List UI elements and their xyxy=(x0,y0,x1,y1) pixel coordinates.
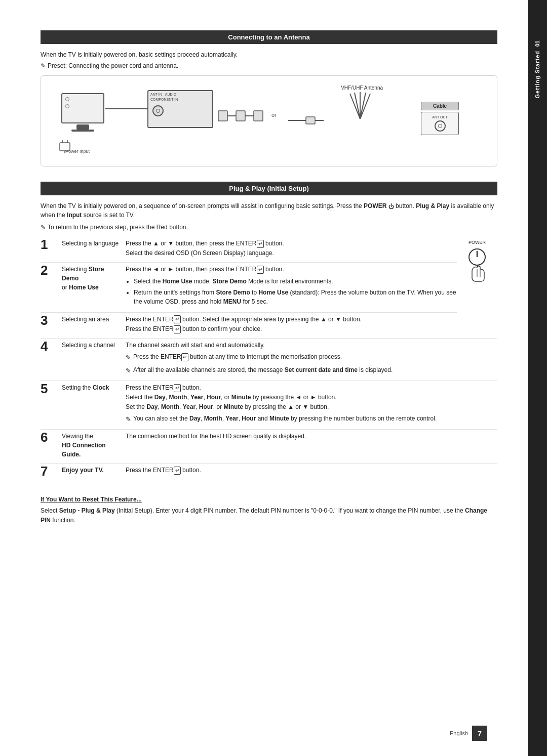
section1-intro: When the TV is initially powered on, bas… xyxy=(41,50,497,59)
step-1-row: 1 Selecting a language Press the ▲ or ▼ … xyxy=(41,237,497,263)
step-1-desc: Press the ▲ or ▼ button, then press the … xyxy=(126,237,457,263)
step-7-desc: Press the ENTER↵ button. xyxy=(126,464,457,482)
step-3-label: Selecting an area xyxy=(60,312,126,338)
antenna-diagram: VHF/UHF Antenna xyxy=(41,75,497,166)
reset-title: If You Want to Reset This Feature... xyxy=(41,496,497,503)
step-6-row: 6 Viewing theHD Connection Guide. The co… xyxy=(41,430,497,464)
step-2-label: Selecting Store Demoor Home Use xyxy=(60,263,126,312)
line-to-cable xyxy=(288,114,329,129)
section2-header: Plug & Play (Initial Setup) xyxy=(41,182,497,195)
inline-connectors xyxy=(218,103,269,133)
main-content: Connecting to an Antenna When the TV is … xyxy=(0,0,528,756)
plug-intro: When the TV is initially powered on, a s… xyxy=(41,201,497,220)
step-2-num: 2 xyxy=(41,263,60,312)
side-tab-number: 01 xyxy=(534,40,540,47)
step-3-row: 3 Selecting an area Press the ENTER↵ but… xyxy=(41,312,497,338)
tv-unit xyxy=(61,93,104,155)
plug-section: Plug & Play (Initial Setup) When the TV … xyxy=(41,182,497,482)
diagram-inner: VHF/UHF Antenna xyxy=(51,84,487,158)
step-3-desc: Press the ENTER↵ button. Select the appr… xyxy=(126,312,457,338)
power-image: POWER xyxy=(457,237,497,338)
step-4-num: 4 xyxy=(41,339,60,381)
section2-title: Plug & Play (Initial Setup) xyxy=(229,185,308,192)
cable-box: Cable ANT OUT xyxy=(421,102,459,135)
section2-note: ✎ To return to the previous step, press … xyxy=(41,224,497,231)
power-input-label: Power Input xyxy=(65,149,90,154)
power-hand-svg xyxy=(462,247,492,282)
svg-rect-16 xyxy=(306,117,315,124)
step-7-label: Enjoy your TV. xyxy=(60,464,126,482)
vhf-label: VHF/UHF Antenna xyxy=(341,85,383,91)
step-6-desc: The connection method for the best HD sc… xyxy=(126,430,457,464)
step-4-desc: The channel search will start and end au… xyxy=(126,339,457,381)
page-footer: English 7 xyxy=(450,726,487,741)
step-4-row: 4 Selecting a channel The channel search… xyxy=(41,339,497,381)
step-2-row: 2 Selecting Store Demoor Home Use Press … xyxy=(41,263,497,312)
section1-note: ✎ Preset: Connecting the power cord and … xyxy=(41,62,497,69)
side-tab: 01 Getting Started xyxy=(528,0,547,756)
step-4-label: Selecting a channel xyxy=(60,339,126,381)
step-3-num: 3 xyxy=(41,312,60,338)
section1-header: Connecting to an Antenna xyxy=(41,30,497,44)
step-1-num: 1 xyxy=(41,237,60,263)
step-5-row: 5 Setting the Clock Press the ENTER↵ but… xyxy=(41,381,497,429)
step-6-num: 6 xyxy=(41,430,60,464)
footer-lang: English xyxy=(450,730,468,736)
or-text: or xyxy=(271,112,277,118)
svg-rect-13 xyxy=(254,111,263,121)
step-7-num: 7 xyxy=(41,464,60,482)
step-1-label: Selecting a language xyxy=(60,237,126,263)
side-tab-text: Getting Started xyxy=(534,51,540,98)
page-container: Connecting to an Antenna When the TV is … xyxy=(0,0,547,756)
power-bold: POWER xyxy=(364,202,386,209)
antenna-symbol xyxy=(347,91,373,116)
step-5-desc: Press the ENTER↵ button. Select the Day,… xyxy=(126,381,457,429)
step-5-num: 5 xyxy=(41,381,60,429)
section1-title: Connecting to an Antenna xyxy=(228,33,309,41)
step-6-label: Viewing theHD Connection Guide. xyxy=(60,430,126,464)
footer-page-num: 7 xyxy=(472,726,487,741)
step-2-desc: Press the ◄ or ► button, then press the … xyxy=(126,263,457,312)
reset-section: If You Want to Reset This Feature... Sel… xyxy=(41,496,497,525)
svg-rect-9 xyxy=(218,111,227,121)
step-7-row: 7 Enjoy your TV. Press the ENTER↵ button… xyxy=(41,464,497,482)
svg-rect-11 xyxy=(236,111,245,121)
step-5-label: Setting the Clock xyxy=(60,381,126,429)
reset-text: Select Setup - Plug & Play (Initial Setu… xyxy=(41,506,497,525)
back-panel: ANT IN AUDIO COMPONENT IN xyxy=(147,90,213,128)
steps-table: 1 Selecting a language Press the ▲ or ▼ … xyxy=(41,237,497,482)
connector-line-1 xyxy=(105,108,147,109)
power-label-top: POWER xyxy=(457,240,497,245)
